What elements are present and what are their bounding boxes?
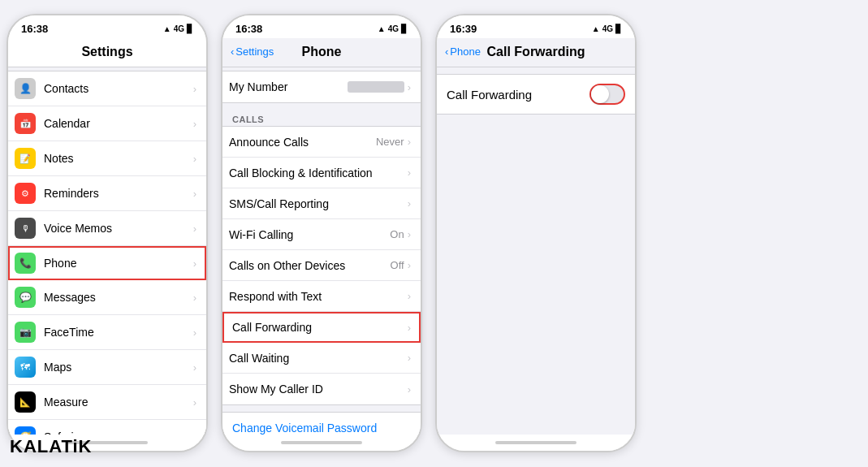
contacts-icon: 👤	[15, 78, 36, 99]
notes-icon: 📝	[15, 148, 36, 169]
settings-row-wificalling[interactable]: Wi-Fi Calling On ›	[222, 219, 421, 250]
settings-screen: 👤 Contacts › 📅 Calendar › 📝	[8, 67, 206, 435]
safari-label: Safari	[44, 430, 193, 435]
callforwarding-nav-title: Call Forwarding	[487, 45, 585, 59]
settings-row-callerid[interactable]: Show My Caller ID ›	[222, 374, 421, 404]
status-icons-2: ▲ 4G ▊	[378, 24, 408, 33]
calls-section-header: CALLS	[222, 110, 421, 126]
signal-icon-2: ▲	[378, 24, 386, 33]
signal-icon-3: ▲	[592, 24, 600, 33]
settings-row-measure[interactable]: 📐 Measure ›	[8, 385, 206, 420]
notes-chevron: ›	[193, 153, 196, 165]
mynumber-label: My Number	[229, 80, 348, 93]
wificalling-chevron: ›	[408, 228, 411, 240]
settings-row-callblocking[interactable]: Call Blocking & Identification ›	[222, 158, 421, 188]
toggle-knob-cf	[591, 85, 609, 103]
status-time-1: 16:38	[21, 23, 48, 35]
maps-label: Maps	[44, 361, 193, 374]
otherdevices-chevron: ›	[408, 259, 411, 271]
settings-row-otherdevices[interactable]: Calls on Other Devices Off ›	[222, 250, 421, 281]
cf-main-label: Call Forwarding	[447, 88, 589, 102]
settings-row-callforwarding[interactable]: Call Forwarding ›	[222, 312, 421, 343]
network-label-3: 4G	[602, 24, 613, 33]
facetime-label: FaceTime	[44, 326, 193, 339]
smscall-chevron: ›	[408, 197, 411, 210]
settings-row-messages[interactable]: 💬 Messages ›	[8, 280, 206, 315]
settings-row-smscall[interactable]: SMS/Call Reporting ›	[222, 188, 421, 219]
watermark: KALATiK	[10, 436, 93, 457]
status-icons-1: ▲ 4G ▊	[163, 24, 193, 33]
settings-row-notes[interactable]: 📝 Notes ›	[8, 141, 206, 176]
cf-toggle[interactable]	[589, 84, 625, 105]
facetime-chevron: ›	[193, 326, 196, 339]
phone-screen: My Number › CALLS Announce Calls Never ›…	[222, 67, 421, 435]
voicememos-chevron: ›	[193, 223, 196, 235]
back-button-2[interactable]: ‹ Settings	[231, 45, 274, 58]
messages-chevron: ›	[193, 292, 196, 304]
settings-row-voicememos[interactable]: 🎙 Voice Memos ›	[8, 211, 206, 246]
callwaiting-label: Call Waiting	[229, 352, 408, 365]
home-bar-2	[281, 441, 362, 444]
safari-icon: 🧭	[15, 426, 36, 435]
otherdevices-value: Off	[391, 259, 404, 271]
back-chevron-3: ‹	[445, 45, 448, 58]
calendar-label: Calendar	[44, 117, 193, 130]
settings-row-respondtext[interactable]: Respond with Text ›	[222, 281, 421, 312]
settings-row-announcecalls[interactable]: Announce Calls Never ›	[222, 127, 421, 158]
contacts-chevron: ›	[193, 83, 196, 95]
settings-row-calendar[interactable]: 📅 Calendar ›	[8, 106, 206, 141]
otherdevices-label: Calls on Other Devices	[229, 259, 391, 272]
cf-main-row: Call Forwarding	[437, 75, 635, 114]
voicememos-label: Voice Memos	[44, 222, 193, 235]
callforwarding-chevron: ›	[408, 322, 411, 334]
facetime-icon: 📷	[15, 322, 36, 343]
status-icons-3: ▲ 4G ▊	[592, 24, 622, 33]
safari-chevron: ›	[193, 431, 196, 435]
settings-group-1: 👤 Contacts › 📅 Calendar › 📝	[8, 71, 206, 435]
network-label-1: 4G	[174, 24, 184, 33]
smscall-label: SMS/Call Reporting	[229, 197, 408, 210]
settings-row-contacts[interactable]: 👤 Contacts ›	[8, 71, 206, 106]
wificalling-value: On	[390, 228, 404, 240]
status-bar-3: 16:39 ▲ 4G ▊	[437, 15, 635, 38]
phone-nav-title: Phone	[302, 45, 342, 59]
reminders-chevron: ›	[193, 188, 196, 200]
status-time-3: 16:39	[450, 23, 477, 35]
nav-bar-1: Settings	[8, 38, 206, 67]
back-label-2: Settings	[235, 45, 274, 58]
settings-row-safari[interactable]: 🧭 Safari ›	[8, 420, 206, 435]
status-time-2: 16:38	[235, 23, 262, 35]
respondtext-label: Respond with Text	[229, 290, 408, 303]
home-indicator-2	[222, 435, 421, 451]
settings-row-mynumber[interactable]: My Number ›	[222, 71, 421, 102]
callerid-chevron: ›	[408, 383, 411, 396]
status-bar-1: 16:38 ▲ 4G ▊	[8, 15, 206, 38]
reminders-label: Reminders	[44, 187, 193, 200]
settings-row-callwaiting[interactable]: Call Waiting ›	[222, 343, 421, 374]
nav-bar-3: ‹ Phone Call Forwarding	[437, 38, 635, 67]
change-voicemail-row[interactable]: Change Voicemail Password	[222, 413, 421, 435]
calls-group: Announce Calls Never › Call Blocking & I…	[222, 126, 421, 405]
network-label-2: 4G	[388, 24, 399, 33]
mynumber-value	[348, 81, 404, 93]
respondtext-chevron: ›	[408, 290, 411, 302]
settings-row-facetime[interactable]: 📷 FaceTime ›	[8, 315, 206, 350]
settings-row-reminders[interactable]: ⚙ Reminders ›	[8, 176, 206, 211]
battery-icon-1: ▊	[187, 24, 193, 33]
status-bar-2: 16:38 ▲ 4G ▊	[222, 15, 421, 38]
main-container: 16:38 ▲ 4G ▊ Settings 👤 Contacts ›	[0, 0, 868, 467]
phone-label: Phone	[44, 257, 193, 270]
back-button-3[interactable]: ‹ Phone	[445, 45, 481, 58]
announcecalls-chevron: ›	[408, 136, 411, 148]
voicemail-group: Change Voicemail Password	[222, 412, 421, 435]
battery-icon-2: ▊	[401, 24, 408, 33]
phone-icon: 📞	[15, 253, 36, 274]
back-chevron-2: ‹	[231, 45, 234, 58]
home-indicator-3	[437, 435, 635, 451]
settings-row-phone[interactable]: 📞 Phone ›	[8, 246, 206, 280]
my-number-group: My Number ›	[222, 71, 421, 103]
settings-row-maps[interactable]: 🗺 Maps ›	[8, 350, 206, 385]
battery-icon-3: ▊	[615, 24, 622, 33]
settings-title: Settings	[81, 45, 132, 59]
voicememos-icon: 🎙	[15, 218, 36, 239]
